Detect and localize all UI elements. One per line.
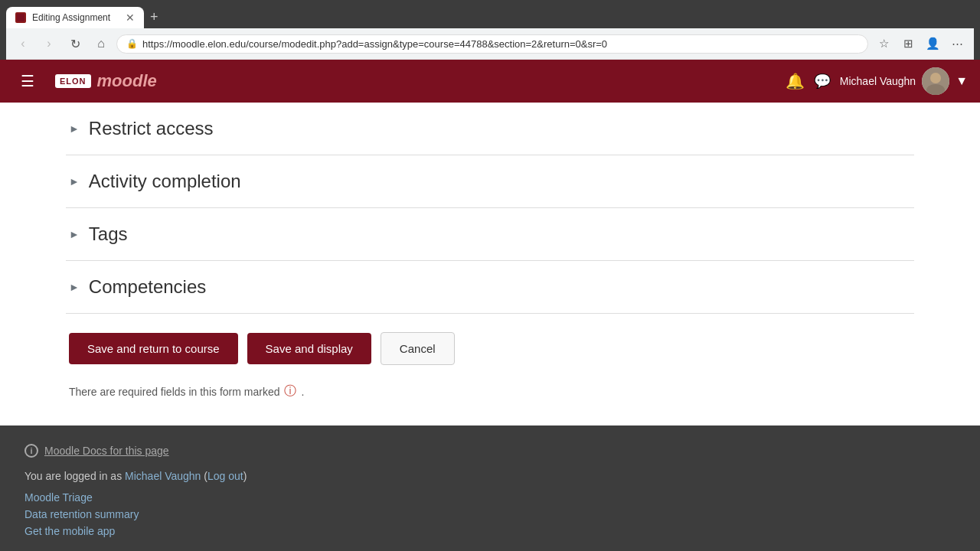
restrict-access-header[interactable]: ► Restrict access [66, 103, 914, 155]
moodle-logo-text: moodle [97, 71, 157, 91]
browser-chrome: Editing Assignment ✕ + ‹ › ↻ ⌂ 🔒 https:/… [0, 0, 980, 60]
extensions-button[interactable]: ⊞ [897, 33, 919, 54]
tab-close-button[interactable]: ✕ [126, 11, 135, 24]
user-avatar [922, 67, 949, 95]
action-buttons-row: Save and return to course Save and displ… [66, 314, 914, 383]
activity-completion-title: Activity completion [89, 171, 241, 192]
footer-logged-in-info: You are logged in as Michael Vaughn (Log… [24, 470, 956, 482]
competencies-section: ► Competencies [66, 261, 914, 314]
header-actions: 🔔 💬 Michael Vaughn ▼ [786, 67, 968, 95]
required-fields-notice: There are required fields in this form m… [66, 383, 914, 418]
competencies-title: Competencies [89, 276, 206, 298]
competencies-arrow-icon: ► [69, 281, 80, 293]
messages-icon[interactable]: 💬 [814, 73, 831, 90]
toolbar-actions: ☆ ⊞ 👤 ⋯ [873, 33, 968, 54]
site-logo: ELON moodle [55, 71, 157, 91]
save-and-display-button[interactable]: Save and display [247, 333, 371, 364]
url-text: https://moodle.elon.edu/course/modedit.p… [142, 38, 858, 50]
back-button[interactable]: ‹ [12, 33, 34, 54]
footer-links: Moodle Triage Data retention summary Get… [24, 491, 956, 537]
restrict-access-title: Restrict access [89, 118, 214, 139]
tab-favicon [15, 12, 26, 23]
required-notice-text-before: There are required fields in this form m… [69, 386, 279, 398]
svg-rect-0 [17, 14, 24, 21]
site-footer: i Moodle Docs for this page You are logg… [0, 425, 980, 551]
footer-paren-close: ) [243, 470, 247, 482]
bookmark-button[interactable]: ☆ [873, 33, 894, 54]
forward-button[interactable]: › [38, 33, 60, 54]
mobile-app-link[interactable]: Get the mobile app [24, 525, 956, 537]
moodle-docs-link[interactable]: Moodle Docs for this page [44, 445, 169, 457]
moodle-triage-link[interactable]: Moodle Triage [24, 491, 956, 504]
info-circle-icon: i [24, 444, 38, 458]
svg-point-2 [930, 73, 941, 83]
hamburger-menu-button[interactable]: ☰ [12, 66, 43, 96]
required-field-icon: ⓘ [284, 383, 296, 399]
menu-button[interactable]: ⋯ [946, 33, 968, 54]
new-tab-button[interactable]: + [144, 6, 165, 28]
logout-link[interactable]: Log out [207, 470, 243, 482]
activity-completion-section: ► Activity completion [66, 155, 914, 208]
required-notice-text-after: . [301, 386, 304, 398]
user-dropdown-arrow: ▼ [956, 74, 968, 88]
reload-button[interactable]: ↻ [64, 33, 86, 54]
active-tab: Editing Assignment ✕ [6, 7, 144, 28]
main-content: ► Restrict access ► Activity completion … [0, 103, 980, 425]
site-header: ☰ ELON moodle 🔔 💬 Michael Vaughn ▼ [0, 60, 980, 103]
tab-title: Editing Assignment [32, 12, 119, 23]
activity-completion-arrow-icon: ► [69, 175, 80, 187]
home-button[interactable]: ⌂ [90, 33, 112, 54]
tags-arrow-icon: ► [69, 228, 80, 240]
cancel-button[interactable]: Cancel [381, 332, 455, 365]
notifications-bell-icon[interactable]: 🔔 [786, 72, 805, 90]
tags-title: Tags [89, 223, 128, 245]
elon-logo: ELON [55, 74, 91, 88]
competencies-header[interactable]: ► Competencies [66, 261, 914, 313]
restrict-access-arrow-icon: ► [69, 122, 80, 135]
logged-in-prefix: You are logged in as [24, 470, 122, 482]
address-bar[interactable]: 🔒 https://moodle.elon.edu/course/modedit… [116, 34, 868, 54]
browser-toolbar: ‹ › ↻ ⌂ 🔒 https://moodle.elon.edu/course… [6, 28, 974, 60]
user-name-label: Michael Vaughn [840, 75, 916, 87]
tags-header[interactable]: ► Tags [66, 208, 914, 260]
content-inner: ► Restrict access ► Activity completion … [54, 103, 926, 418]
footer-user-name-link[interactable]: Michael Vaughn [125, 470, 204, 482]
lock-icon: 🔒 [126, 38, 138, 49]
footer-docs-row: i Moodle Docs for this page [24, 444, 956, 458]
restrict-access-section: ► Restrict access [66, 103, 914, 155]
browser-tabs: Editing Assignment ✕ + [6, 6, 974, 28]
hamburger-icon: ☰ [21, 72, 34, 90]
save-and-return-button[interactable]: Save and return to course [69, 333, 238, 364]
user-menu[interactable]: Michael Vaughn ▼ [840, 67, 968, 95]
page-wrapper: ☰ ELON moodle 🔔 💬 Michael Vaughn ▼ [0, 60, 980, 551]
tags-section: ► Tags [66, 208, 914, 261]
profile-button[interactable]: 👤 [922, 33, 943, 54]
data-retention-link[interactable]: Data retention summary [24, 508, 956, 520]
activity-completion-header[interactable]: ► Activity completion [66, 155, 914, 207]
